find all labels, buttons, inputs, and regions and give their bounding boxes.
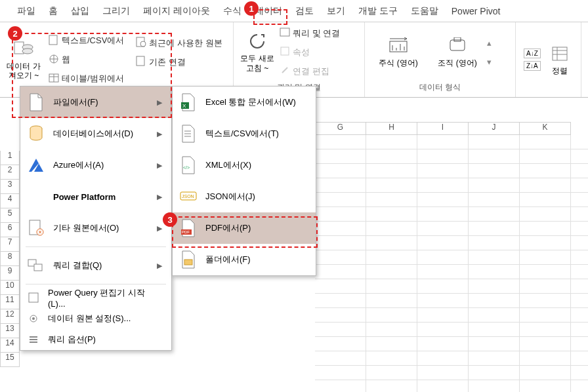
cell[interactable]: [366, 222, 417, 236]
menu-data-source-settings[interactable]: 데이터 원본 설정(S)...: [20, 308, 171, 329]
cell[interactable]: [571, 135, 588, 149]
cell[interactable]: [315, 337, 366, 351]
cell[interactable]: [571, 294, 588, 308]
cell[interactable]: [315, 265, 366, 279]
datatype-down-icon[interactable]: ▾: [487, 57, 492, 67]
tab-powerpivot[interactable]: Power Pivot: [445, 1, 507, 22]
cell[interactable]: [571, 380, 588, 392]
tab-review[interactable]: 검토: [289, 0, 320, 22]
cell[interactable]: [315, 366, 366, 380]
menu-query-options[interactable]: 쿼리 옵션(P): [20, 329, 171, 350]
cell[interactable]: [469, 149, 520, 164]
cell[interactable]: [417, 222, 469, 236]
submenu-from-folder[interactable]: 폴더에서(F): [173, 244, 316, 275]
cell[interactable]: [366, 193, 417, 207]
cell[interactable]: [571, 207, 588, 222]
cell[interactable]: [417, 351, 469, 366]
cell[interactable]: [315, 149, 366, 164]
tab-page-layout[interactable]: 페이지 레이아웃: [136, 0, 217, 22]
row-header[interactable]: 11: [0, 295, 20, 309]
col-header[interactable]: K: [520, 122, 571, 135]
cell[interactable]: [315, 222, 366, 236]
edit-links-button[interactable]: 연결 편집: [277, 64, 343, 79]
tab-help[interactable]: 도움말: [404, 0, 445, 22]
cell[interactable]: [571, 236, 588, 250]
cell[interactable]: [469, 135, 520, 149]
cell[interactable]: [315, 193, 366, 207]
cell[interactable]: [417, 337, 469, 351]
tab-home[interactable]: 홈: [42, 0, 64, 22]
menu-combine-queries[interactable]: 쿼리 결합(Q) ▶: [20, 250, 171, 281]
cell[interactable]: [315, 294, 366, 308]
cell[interactable]: [366, 366, 417, 380]
cell[interactable]: [315, 178, 366, 193]
row-header[interactable]: 3: [0, 180, 20, 194]
cell[interactable]: [520, 294, 571, 308]
col-header[interactable]: I: [417, 122, 469, 135]
cell[interactable]: [469, 164, 520, 178]
cell[interactable]: [571, 337, 588, 351]
cell[interactable]: [520, 135, 571, 149]
cell[interactable]: [469, 193, 520, 207]
cell[interactable]: [571, 164, 588, 178]
cell[interactable]: [469, 323, 520, 337]
row-header[interactable]: 13: [0, 324, 20, 338]
sort-az-icon[interactable]: A↓Z: [524, 49, 541, 58]
tab-draw[interactable]: 그리기: [96, 0, 136, 22]
cell[interactable]: [315, 250, 366, 265]
sort-za-icon[interactable]: Z↓A: [524, 61, 541, 71]
cell[interactable]: [469, 294, 520, 308]
cell[interactable]: [469, 308, 520, 323]
row-header[interactable]: 12: [0, 309, 20, 324]
tab-view[interactable]: 보기: [320, 0, 352, 22]
cell[interactable]: [366, 323, 417, 337]
properties-button[interactable]: 속성: [277, 45, 343, 60]
cell[interactable]: [315, 380, 366, 392]
cell[interactable]: [520, 236, 571, 250]
col-header[interactable]: H: [366, 122, 417, 135]
menu-from-database[interactable]: 데이터베이스에서(D) ▶: [20, 118, 171, 149]
cell[interactable]: [520, 380, 571, 392]
submenu-from-text-csv[interactable]: 텍스트/CSV에서(T): [173, 118, 316, 149]
cell[interactable]: [571, 366, 588, 380]
cell[interactable]: [366, 351, 417, 366]
cell[interactable]: [417, 207, 469, 222]
cell[interactable]: [571, 279, 588, 294]
cell[interactable]: [366, 135, 417, 149]
cell[interactable]: [417, 149, 469, 164]
cell[interactable]: [469, 351, 520, 366]
cell[interactable]: [571, 178, 588, 193]
menu-from-azure[interactable]: Azure에서(A) ▶: [20, 149, 171, 181]
cell[interactable]: [417, 178, 469, 193]
cell[interactable]: [520, 193, 571, 207]
row-header[interactable]: 8: [0, 252, 20, 266]
cell[interactable]: [469, 178, 520, 193]
row-header[interactable]: 15: [0, 353, 20, 367]
cell[interactable]: [366, 250, 417, 265]
cell[interactable]: [417, 193, 469, 207]
row-header[interactable]: 4: [0, 194, 20, 208]
cell[interactable]: [366, 294, 417, 308]
cell[interactable]: [417, 279, 469, 294]
cell[interactable]: [315, 135, 366, 149]
cell[interactable]: [520, 351, 571, 366]
row-header[interactable]: 10: [0, 281, 20, 295]
tab-developer[interactable]: 개발 도구: [352, 0, 404, 22]
cell[interactable]: [469, 380, 520, 392]
row-header[interactable]: 1: [0, 151, 20, 165]
cell[interactable]: [417, 308, 469, 323]
cell[interactable]: [469, 207, 520, 222]
cell[interactable]: [417, 366, 469, 380]
org-button[interactable]: 조직 (영어): [428, 33, 487, 70]
cell[interactable]: [520, 178, 571, 193]
cell[interactable]: [366, 380, 417, 392]
cell[interactable]: [520, 337, 571, 351]
menu-power-platform[interactable]: Power Platform ▶: [20, 181, 171, 212]
cell[interactable]: [366, 164, 417, 178]
cell[interactable]: [520, 265, 571, 279]
cell[interactable]: [366, 207, 417, 222]
cell[interactable]: [417, 380, 469, 392]
submenu-from-xml[interactable]: </> XML에서(X): [173, 149, 316, 181]
cell[interactable]: [469, 222, 520, 236]
row-header[interactable]: 2: [0, 165, 20, 180]
